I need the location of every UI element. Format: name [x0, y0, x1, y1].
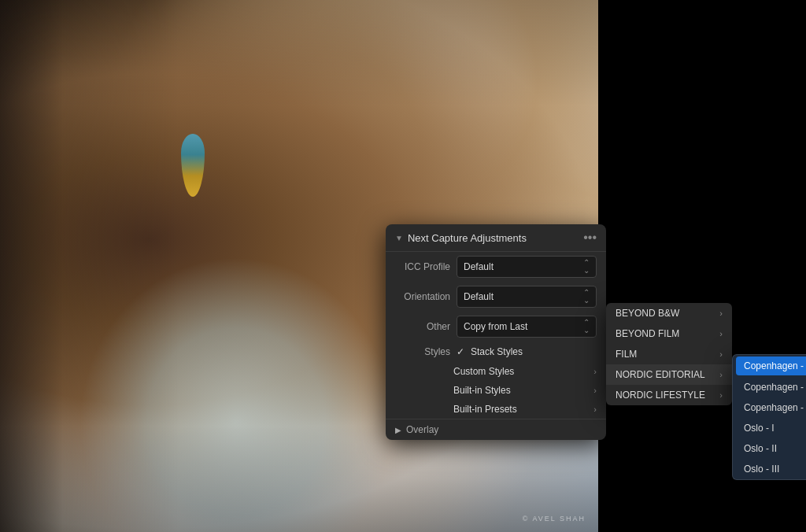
beyond-film-item[interactable]: BEYOND FILM ›: [606, 323, 732, 344]
built-in-presets-row[interactable]: Built-in Presets ›: [386, 400, 606, 419]
orientation-value: Default: [464, 291, 494, 302]
icc-profile-row: ICC Profile Default ⌃⌄: [386, 252, 606, 282]
other-value: Copy from Last: [464, 321, 527, 332]
custom-styles-label: Custom Styles: [453, 366, 514, 377]
overlay-row[interactable]: ▶ Overlay: [386, 419, 606, 440]
beyond-film-arrow: ›: [719, 329, 723, 338]
overlay-collapse-icon: ▶: [395, 426, 401, 434]
stack-styles-label: Stack Styles: [471, 346, 523, 357]
sub-panel: BEYOND B&W › BEYOND FILM › FILM › NORDIC…: [606, 303, 732, 405]
built-in-presets-label: Built-in Presets: [453, 404, 517, 415]
beyond-film-label: BEYOND FILM: [616, 328, 679, 339]
oslo-2-label: Oslo - II: [744, 443, 777, 454]
oslo-3-item[interactable]: Oslo - III: [733, 459, 806, 479]
copenhagen-3-label: Copenhagen - III: [744, 402, 806, 413]
other-label: Other: [395, 321, 450, 332]
nordic-lifestyle-arrow: ›: [719, 390, 723, 400]
panel-container: ▼ Next Capture Adjustments ••• ICC Profi…: [386, 224, 606, 440]
main-panel: ▼ Next Capture Adjustments ••• ICC Profi…: [386, 224, 606, 440]
stack-styles-checkmark: ✓: [457, 346, 468, 357]
stack-styles-item[interactable]: ✓ Stack Styles: [457, 345, 523, 359]
oslo-1-label: Oslo - I: [744, 423, 775, 434]
copenhagen-3-item[interactable]: Copenhagen - III: [733, 397, 806, 418]
film-arrow: ›: [719, 349, 723, 359]
icc-profile-select[interactable]: Default ⌃⌄: [457, 256, 597, 278]
built-in-styles-arrow: ›: [593, 386, 597, 395]
orientation-arrows: ⌃⌄: [583, 289, 590, 305]
beyond-bw-item[interactable]: BEYOND B&W ›: [606, 303, 732, 323]
copenhagen-2-label: Copenhagen - II: [744, 382, 806, 393]
copenhagen-1-item[interactable]: Copenhagen - I: [736, 357, 806, 375]
other-select[interactable]: Copy from Last ⌃⌄: [457, 316, 597, 338]
panel-header-left: ▼ Next Capture Adjustments: [395, 232, 527, 244]
sub-sub-panel: Copenhagen - I Copenhagen - II Copenhage…: [732, 354, 806, 480]
overlay-label: Overlay: [406, 424, 438, 435]
nordic-lifestyle-label: NORDIC LIFESTYLE: [616, 390, 705, 401]
nordic-editorial-item[interactable]: NORDIC EDITORIAL ›: [606, 364, 732, 385]
icc-profile-value: Default: [464, 261, 494, 272]
orientation-select[interactable]: Default ⌃⌄: [457, 286, 597, 308]
built-in-styles-row[interactable]: Built-in Styles ›: [386, 381, 606, 400]
panel-options-button[interactable]: •••: [583, 231, 597, 245]
nordic-editorial-arrow: ›: [719, 370, 723, 379]
beyond-bw-arrow: ›: [719, 308, 723, 318]
icc-profile-arrows: ⌃⌄: [583, 259, 590, 275]
built-in-styles-label: Built-in Styles: [453, 385, 511, 396]
styles-label: Styles: [395, 346, 450, 357]
nordic-editorial-label: NORDIC EDITORIAL: [616, 369, 705, 380]
beyond-bw-label: BEYOND B&W: [616, 308, 679, 319]
other-row: Other Copy from Last ⌃⌄: [386, 312, 606, 342]
oslo-1-item[interactable]: Oslo - I: [733, 418, 806, 438]
other-arrows: ⌃⌄: [583, 319, 590, 334]
copenhagen-1-label: Copenhagen - I: [744, 360, 806, 371]
orientation-row: Orientation Default ⌃⌄: [386, 282, 606, 312]
film-label: FILM: [616, 349, 637, 360]
custom-styles-arrow: ›: [593, 367, 597, 376]
custom-styles-row[interactable]: Custom Styles ›: [386, 362, 606, 381]
collapse-icon: ▼: [395, 234, 403, 242]
panel-title: Next Capture Adjustments: [408, 232, 527, 244]
panel-header: ▼ Next Capture Adjustments •••: [386, 224, 606, 252]
nordic-lifestyle-item[interactable]: NORDIC LIFESTYLE ›: [606, 385, 732, 405]
panel-body: ICC Profile Default ⌃⌄ Orientation Defau…: [386, 252, 606, 440]
orientation-label: Orientation: [395, 291, 450, 302]
icc-profile-label: ICC Profile: [395, 261, 450, 272]
copenhagen-2-item[interactable]: Copenhagen - II: [733, 377, 806, 397]
built-in-presets-arrow: ›: [593, 405, 597, 414]
styles-row: Styles ✓ Stack Styles: [386, 342, 606, 362]
oslo-2-item[interactable]: Oslo - II: [733, 438, 806, 459]
oslo-3-label: Oslo - III: [744, 464, 779, 475]
photo-watermark: © AVEL SHAH: [523, 515, 586, 523]
film-item[interactable]: FILM ›: [606, 344, 732, 364]
